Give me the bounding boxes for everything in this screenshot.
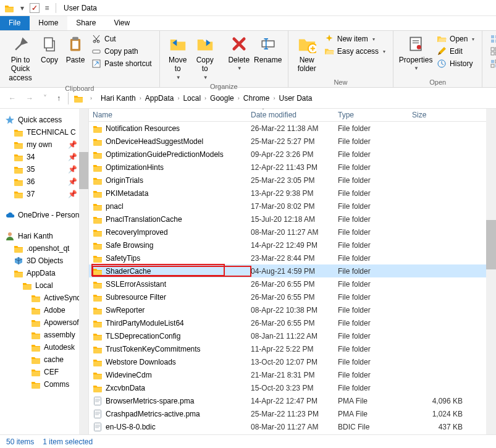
rename-button[interactable]: Rename	[253, 32, 283, 66]
nav-item[interactable]: Hari Kanth	[0, 230, 88, 242]
file-row[interactable]: Subresource Filter26-Mar-20 6:55 PMFile …	[89, 290, 496, 303]
tab-share[interactable]: Share	[67, 16, 105, 30]
file-row[interactable]: Notification Resources26-Mar-22 11:38 AM…	[89, 122, 496, 135]
label: Edit	[450, 47, 463, 56]
breadcrumb-item[interactable]: Chrome	[242, 93, 272, 104]
back-button[interactable]: ←	[6, 93, 19, 104]
scrollbar-thumb[interactable]	[486, 220, 496, 269]
file-row[interactable]: TrustTokenKeyCommitments11-Apr-22 5:22 P…	[89, 342, 496, 355]
nav-item[interactable]: cache	[0, 353, 88, 366]
list-scrollbar[interactable]	[486, 109, 496, 434]
nav-item[interactable]: TECHNICAL C📌	[0, 126, 88, 138]
nav-item[interactable]: Autodesk	[0, 341, 88, 353]
nav-scrollbar[interactable]	[79, 109, 88, 434]
column-name[interactable]: Name	[93, 111, 251, 119]
file-row[interactable]: OnDeviceHeadSuggestModel25-Mar-22 5:27 P…	[89, 135, 496, 148]
file-row[interactable]: ThirdPartyModuleList6426-Mar-20 6:55 PMF…	[89, 316, 496, 329]
file-row[interactable]: SwReporter08-Apr-22 10:38 PMFile folder	[89, 303, 496, 316]
file-row[interactable]: Safe Browsing14-Apr-22 12:49 PMFile fold…	[89, 239, 496, 251]
file-row[interactable]: RecoveryImproved08-Mar-20 11:27 AMFile f…	[89, 226, 496, 239]
properties-button[interactable]: Properties▼	[398, 32, 433, 73]
edit-button[interactable]: Edit	[434, 46, 477, 57]
chevron-right-icon[interactable]: ›	[271, 95, 277, 101]
forward-button[interactable]: →	[23, 93, 36, 104]
nav-item[interactable]: AppData	[0, 267, 88, 279]
breadcrumb-item[interactable]: User Data	[277, 93, 314, 104]
qa-properties-checked[interactable]: ✓	[30, 3, 40, 13]
paste-shortcut-button[interactable]: Paste shortcut	[89, 58, 154, 69]
nav-item[interactable]: Quick access	[0, 114, 88, 126]
select-all-button[interactable]: Select all	[487, 33, 496, 44]
nav-item[interactable]: Adobe	[0, 304, 88, 316]
delete-button[interactable]: Delete▼	[226, 32, 252, 73]
up-button[interactable]: ↑	[54, 93, 63, 104]
invert-selection-button[interactable]: Invert sele	[487, 58, 496, 69]
chevron-right-icon[interactable]: ›	[88, 95, 94, 101]
label: 37	[27, 190, 35, 198]
new-folder-button[interactable]: New folder	[293, 32, 321, 75]
breadcrumb-item[interactable]: Hari Kanth	[99, 93, 138, 104]
chevron-right-icon[interactable]: ›	[203, 95, 208, 101]
folder-icon	[93, 201, 103, 211]
breadcrumb-item[interactable]: Local	[181, 93, 203, 104]
qa-dropdown-icon[interactable]: ▾	[17, 3, 27, 13]
file-row[interactable]: WidevineCdm21-Mar-21 8:31 PMFile folder	[89, 368, 496, 381]
breadcrumb-item[interactable]: Google	[208, 93, 236, 104]
chevron-right-icon[interactable]: ›	[138, 95, 143, 101]
cut-button[interactable]: Cut	[89, 33, 154, 44]
nav-item[interactable]: Local	[0, 279, 88, 292]
file-row[interactable]: ShaderCache04-Aug-21 4:59 PMFile folder	[89, 264, 496, 277]
file-row[interactable]: ZxcvbnData15-Oct-20 3:23 PMFile folder	[89, 381, 496, 394]
file-row[interactable]: CrashpadMetrics-active.pma25-Mar-22 11:2…	[89, 407, 496, 420]
file-row[interactable]: en-US-8-0.bdic08-Mar-20 11:27 AMBDIC Fil…	[89, 420, 496, 433]
easy-access-button[interactable]: Easy access▾	[322, 46, 388, 57]
file-row[interactable]: Webstore Downloads13-Oct-20 12:07 PMFile…	[89, 355, 496, 368]
tab-view[interactable]: View	[105, 16, 139, 30]
nav-item[interactable]: assembly	[0, 329, 88, 341]
qa-overflow-icon[interactable]: ≡	[42, 3, 52, 13]
file-row[interactable]: pnacl17-Mar-20 8:02 PMFile folder	[89, 200, 496, 213]
file-row[interactable]: OptimizationGuidePredictionModels09-Apr-…	[89, 148, 496, 161]
history-button[interactable]: History	[434, 58, 477, 69]
select-none-button[interactable]: Select non	[487, 46, 496, 57]
nav-item[interactable]: 35📌	[0, 163, 88, 175]
pin-to-quick-access-button[interactable]: Pin to Quick access	[5, 32, 36, 83]
nav-item[interactable]: my own📌	[0, 138, 88, 151]
scrollbar-thumb[interactable]	[79, 152, 88, 189]
column-type[interactable]: Type	[338, 111, 412, 119]
nav-item[interactable]: Comms	[0, 378, 88, 391]
recent-dropdown[interactable]: ˅	[41, 93, 49, 104]
nav-item[interactable]: 37📌	[0, 188, 88, 200]
tab-file[interactable]: File	[0, 16, 30, 30]
copy-button[interactable]: Copy	[37, 32, 62, 66]
move-to-button[interactable]: Move to▼	[165, 32, 191, 82]
new-item-button[interactable]: New item▾	[322, 33, 388, 44]
tab-home[interactable]: Home	[30, 16, 67, 30]
file-row[interactable]: OptimizationHints12-Apr-22 11:43 PMFile …	[89, 161, 496, 174]
breadcrumb-item[interactable]: AppData	[143, 93, 176, 104]
nav-item[interactable]: .openshot_qt	[0, 242, 88, 255]
column-size[interactable]: Size	[412, 111, 496, 119]
copy-to-button[interactable]: Copy to▼	[192, 32, 218, 82]
copy-path-button[interactable]: Copy path	[89, 46, 154, 57]
file-row[interactable]: PKIMetadata13-Apr-22 9:38 PMFile folder	[89, 187, 496, 200]
folder-icon	[31, 342, 41, 352]
chevron-right-icon[interactable]: ›	[236, 95, 242, 101]
file-row[interactable]: SSLErrorAssistant26-Mar-20 6:55 PMFile f…	[89, 277, 496, 290]
nav-item[interactable]: ActiveSync	[0, 292, 88, 304]
file-row[interactable]: SafetyTips23-Mar-22 8:44 PMFile folder	[89, 251, 496, 264]
paste-button[interactable]: Paste	[63, 32, 88, 66]
nav-item[interactable]: 36📌	[0, 175, 88, 188]
nav-item[interactable]: 3D Objects	[0, 255, 88, 267]
file-row[interactable]: BrowserMetrics-spare.pma14-Apr-22 12:47 …	[89, 394, 496, 407]
open-button[interactable]: Open▾	[434, 33, 477, 44]
file-row[interactable]: TLSDeprecationConfig08-Jan-21 11:22 AMFi…	[89, 329, 496, 342]
chevron-right-icon[interactable]: ›	[175, 95, 181, 101]
file-row[interactable]: OriginTrials25-Mar-22 3:05 PMFile folder	[89, 174, 496, 187]
nav-item[interactable]: Apowersoft	[0, 316, 88, 329]
nav-item[interactable]: 34📌	[0, 151, 88, 163]
file-row[interactable]: PnaclTranslationCache15-Jul-20 12:18 AMF…	[89, 213, 496, 226]
nav-item[interactable]: OneDrive - Person	[0, 209, 88, 221]
open-icon	[437, 34, 447, 44]
nav-item[interactable]: CEF	[0, 366, 88, 378]
